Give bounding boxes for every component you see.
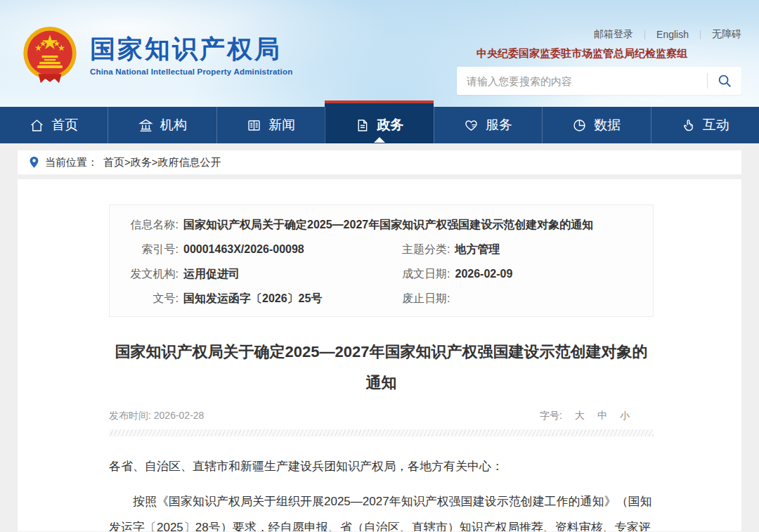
info-index-label: 索引号:	[110, 237, 179, 261]
home-icon	[30, 118, 44, 133]
info-agency-label: 发文机构:	[110, 261, 179, 286]
document-icon	[355, 118, 370, 133]
site-subtitle: China National Intellectual Property Adm…	[90, 67, 292, 76]
main-nav: 首页 机构 新闻 政务 服务 数据 互动	[0, 107, 759, 143]
salutation-paragraph: 各省、自治区、直辖市和新疆生产建设兵团知识产权局，各地方有关中心：	[109, 453, 654, 479]
link-divider	[644, 30, 645, 39]
site-logo[interactable]: 国家知识产权局 China National Intellectual Prop…	[21, 25, 292, 86]
top-links: 邮箱登录 English 无障碍	[457, 28, 741, 41]
news-icon	[247, 118, 261, 133]
info-agency-value: 运用促进司	[183, 261, 240, 286]
body-paragraph: 按照《国家知识产权局关于组织开展2025—2027年知识产权强国建设示范创建工作…	[109, 488, 654, 531]
breadcrumb-label: 当前位置：	[45, 156, 98, 169]
info-repeal-label: 废止日期:	[382, 286, 450, 311]
english-link[interactable]: English	[656, 29, 689, 40]
info-row-name: 信息名称: 国家知识产权局关于确定2025—2027年国家知识产权强国建设示范创…	[110, 212, 653, 237]
main-content: 信息名称: 国家知识产权局关于确定2025—2027年国家知识产权强国建设示范创…	[18, 179, 741, 531]
search-button[interactable]	[708, 67, 741, 95]
header-right: 邮箱登录 English 无障碍 中央纪委国家监委驻市场监管总局纪检监察组	[457, 28, 741, 95]
logo-text: 国家知识产权局 China National Intellectual Prop…	[90, 35, 292, 76]
info-name-value: 国家知识产权局关于确定2025—2027年国家知识产权强国建设示范创建对象的通知	[183, 212, 593, 237]
discipline-inspection-link[interactable]: 中央纪委国家监委驻市场监管总局纪检监察组	[457, 47, 741, 60]
page: 国家知识产权局 China National Intellectual Prop…	[0, 0, 759, 532]
location-pin-icon	[29, 156, 39, 169]
site-header: 国家知识产权局 China National Intellectual Prop…	[0, 0, 759, 107]
article-meta: 发布时间: 2026-02-28 字号: 大 中 小	[109, 410, 654, 422]
hatched-divider	[109, 429, 654, 436]
article-title: 国家知识产权局关于确定2025—2027年国家知识产权强国建设示范创建对象的通知	[109, 337, 654, 398]
national-emblem-icon	[21, 25, 79, 86]
breadcrumb: 当前位置： 首页>政务>政府信息公开	[18, 150, 741, 174]
font-size-control: 字号: 大 中 小	[540, 410, 654, 422]
site-title: 国家知识产权局	[90, 35, 292, 63]
pointing-hand-icon	[681, 118, 696, 133]
nav-item-services[interactable]: 服务	[434, 107, 542, 143]
info-row-index-topic: 索引号: 00001463X/2026-00098 主题分类: 地方管理	[110, 237, 653, 261]
font-size-small-button[interactable]: 小	[620, 410, 630, 422]
institution-icon	[138, 118, 153, 133]
nav-item-government-affairs[interactable]: 政务	[325, 107, 433, 143]
link-divider	[700, 30, 701, 39]
info-row-agency-date: 发文机构: 运用促进司 成文日期: 2026-02-09	[110, 261, 653, 286]
font-size-large-button[interactable]: 大	[575, 410, 585, 422]
search-box	[457, 67, 741, 95]
nav-item-institution[interactable]: 机构	[108, 107, 216, 143]
nav-item-data[interactable]: 数据	[542, 107, 650, 143]
accessibility-link[interactable]: 无障碍	[712, 28, 741, 41]
info-index-value: 00001463X/2026-00098	[183, 237, 304, 261]
pie-chart-icon	[572, 118, 587, 133]
info-topic-label: 主题分类:	[382, 237, 450, 261]
active-tab-caret	[374, 137, 385, 143]
font-size-medium-button[interactable]: 中	[597, 410, 607, 422]
font-size-label: 字号:	[540, 410, 562, 422]
info-docno-value: 国知发运函字〔2026〕25号	[183, 286, 322, 311]
service-heart-icon	[464, 118, 479, 133]
info-date-value: 2026-02-09	[455, 261, 513, 286]
search-icon	[717, 73, 732, 89]
info-name-label: 信息名称:	[110, 212, 179, 237]
info-topic-value: 地方管理	[455, 237, 500, 261]
info-date-label: 成文日期:	[382, 261, 450, 286]
document-info-panel: 信息名称: 国家知识产权局关于确定2025—2027年国家知识产权强国建设示范创…	[109, 205, 654, 317]
nav-item-news[interactable]: 新闻	[216, 107, 325, 143]
nav-item-home[interactable]: 首页	[0, 107, 108, 143]
article-body: 各省、自治区、直辖市和新疆生产建设兵团知识产权局，各地方有关中心： 按照《国家知…	[109, 453, 654, 531]
info-docno-label: 文号:	[110, 286, 179, 311]
info-row-docno-repeal: 文号: 国知发运函字〔2026〕25号 废止日期:	[110, 286, 653, 311]
publish-time: 发布时间: 2026-02-28	[109, 410, 204, 422]
breadcrumb-path[interactable]: 首页>政务>政府信息公开	[103, 156, 221, 169]
search-input[interactable]	[457, 67, 707, 95]
nav-item-interaction[interactable]: 互动	[651, 107, 759, 143]
mail-login-link[interactable]: 邮箱登录	[594, 28, 633, 41]
